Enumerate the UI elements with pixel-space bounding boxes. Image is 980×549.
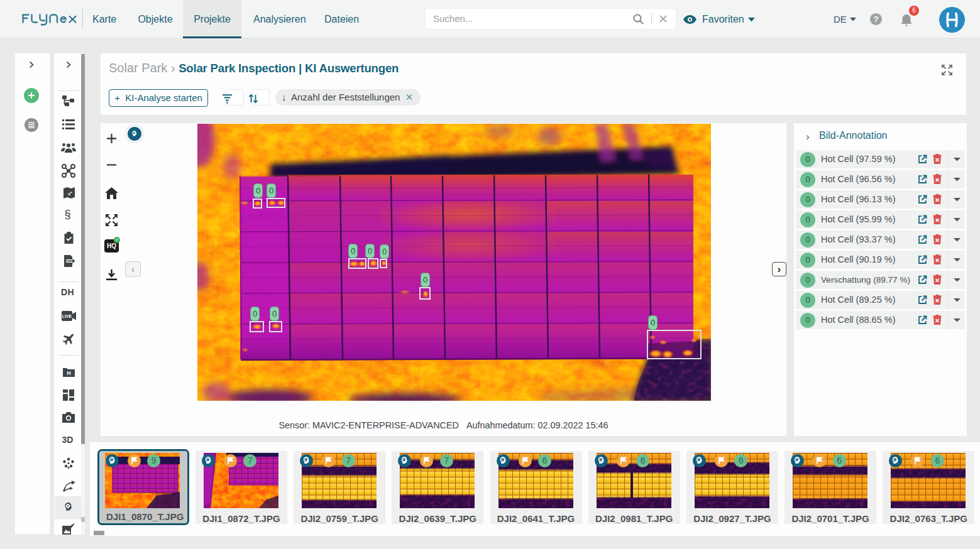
- svg-text:H: H: [67, 370, 70, 376]
- svg-text:LIVE: LIVE: [62, 314, 72, 318]
